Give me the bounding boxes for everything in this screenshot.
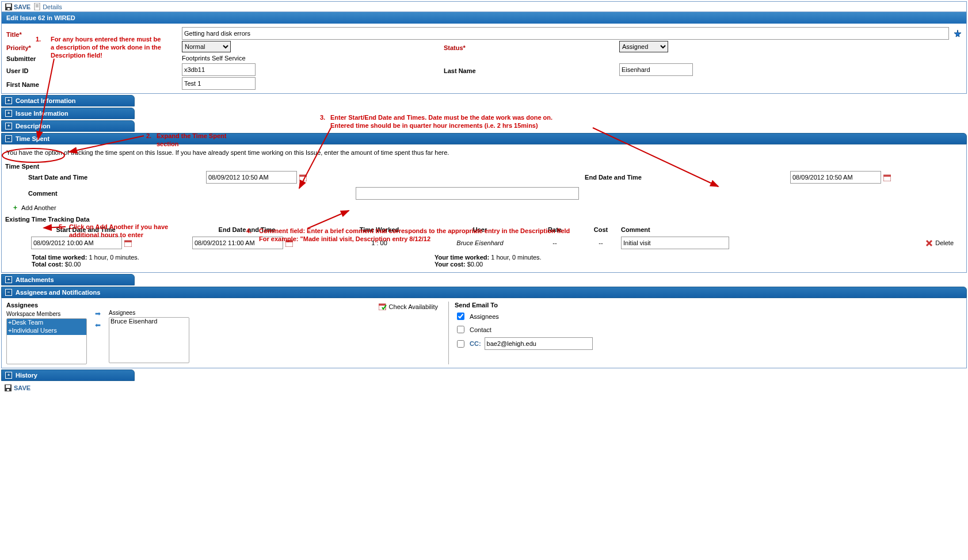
existing-row: 1 : 00 Bruce Eisenhard -- -- Delete [2, 235, 966, 254]
svg-rect-9 [299, 175, 307, 177]
assignees-title: Assignees [6, 302, 87, 308]
add-another-label: Add Another [21, 204, 56, 211]
assignees-col-label: Assignees [109, 310, 189, 316]
row-rate: -- [529, 239, 581, 246]
row-end-input[interactable] [192, 237, 283, 249]
calendar-icon[interactable] [285, 239, 293, 247]
cb-assignees[interactable] [457, 313, 464, 320]
assign-left-arrow[interactable]: ⬅ [93, 321, 103, 329]
svg-rect-11 [883, 175, 891, 177]
svg-rect-21 [6, 385, 10, 388]
row-tw: 1 : 00 [327, 239, 431, 246]
firstname-label: First Name [6, 79, 179, 88]
send-email-title: Send Email To [455, 302, 962, 308]
assignees-body: Assignees Workspace Members +Desk Team +… [1, 298, 967, 368]
existing-heading: Existing Time Tracking Data [5, 216, 966, 223]
userid-input[interactable] [182, 63, 256, 76]
details-label: Details [43, 3, 62, 10]
section-time-spent[interactable]: −Time Spent [1, 133, 967, 144]
firstname-input[interactable] [182, 77, 256, 90]
expand-icon: + [5, 97, 12, 104]
calendar-check-icon [379, 303, 387, 310]
submitter-value: Footprints Self Service [182, 55, 444, 62]
row-start-input[interactable] [31, 237, 122, 249]
existing-header-row: Start Date and Time End Date and Time Ti… [2, 224, 966, 235]
time-spent-body: You have the option of tracking the time… [1, 144, 967, 273]
comment-input[interactable] [356, 187, 579, 200]
edit-title-text: Edit Issue 62 in WIRED [6, 14, 75, 21]
time-spent-intro: You have the option of tracking the time… [2, 144, 966, 161]
row-cost: -- [581, 239, 621, 246]
save-button-top[interactable]: SAVE [5, 3, 31, 10]
assignees-list[interactable]: Bruce Eisenhard [109, 317, 189, 363]
save-icon [5, 3, 12, 10]
save-button-bottom[interactable]: SAVE [5, 384, 31, 391]
save-label: SAVE [14, 3, 31, 10]
anno-3n: 3. [320, 114, 325, 121]
start-head: Start Date and Time [5, 174, 204, 181]
time-spent-heading: Time Spent [5, 163, 966, 170]
section-description[interactable]: +Description [1, 120, 135, 132]
cb-cc[interactable] [457, 340, 464, 348]
calendar-icon[interactable] [883, 174, 891, 181]
add-another-link[interactable]: Add Another [2, 202, 966, 214]
assign-right-arrow[interactable]: ➡ [93, 310, 103, 318]
section-history[interactable]: +History [1, 369, 135, 381]
section-issue[interactable]: +Issue Information [1, 108, 135, 119]
end-datetime-input[interactable] [790, 171, 881, 184]
comment-label: Comment [5, 190, 204, 197]
priority-label: Priority* [6, 43, 179, 51]
title-label: Title* [6, 29, 179, 38]
row-user: Bruce Eisenhard [431, 239, 529, 246]
expand-icon: + [5, 276, 12, 283]
section-attachments[interactable]: +Attachments [1, 274, 135, 285]
userid-label: User ID [6, 66, 179, 74]
row-comment-input[interactable] [621, 237, 729, 249]
star-icon[interactable] [954, 29, 962, 37]
svg-rect-22 [7, 389, 9, 391]
title-input[interactable] [182, 27, 949, 40]
check-availability-link[interactable]: Check Availability [379, 303, 444, 310]
svg-rect-2 [7, 8, 10, 10]
cc-label: CC: [470, 340, 481, 347]
svg-marker-7 [954, 30, 961, 37]
top-toolbar: SAVE Details [2, 2, 966, 12]
collapse-icon: − [5, 135, 12, 142]
section-contact[interactable]: +Contact Information [1, 95, 135, 106]
workspace-members-list[interactable]: +Desk Team +Individual Users [6, 318, 87, 364]
svg-rect-13 [124, 241, 132, 242]
anno-3a: Enter Start/End Date and Times. Date mus… [330, 114, 552, 121]
priority-select[interactable]: Normal [182, 41, 231, 52]
status-select[interactable]: Assigned [619, 41, 668, 52]
wsm-label: Workspace Members [6, 311, 87, 317]
save-icon [5, 384, 12, 391]
details-button[interactable]: Details [34, 3, 62, 10]
lastname-label: Last Name [444, 66, 616, 74]
calendar-icon[interactable] [299, 174, 307, 181]
anno-3b: Entered time should be in quarter hour i… [330, 122, 538, 129]
expand-icon: + [5, 110, 12, 117]
lastname-input[interactable] [619, 63, 693, 76]
form-region: Title* Priority* Normal Status* Assigned… [2, 24, 966, 93]
page: SAVE Details Edit Issue 62 in WIRED Titl… [0, 1, 968, 397]
plus-icon [13, 205, 19, 211]
calendar-icon[interactable] [124, 239, 132, 247]
section-assignees[interactable]: −Assignees and Notifications [1, 287, 967, 298]
delete-icon [925, 239, 933, 247]
row-delete[interactable]: Delete [736, 239, 963, 247]
status-label: Status* [444, 43, 616, 51]
expand-icon: + [5, 372, 12, 379]
document-icon [34, 3, 41, 10]
top-toolbar-region: SAVE Details Edit Issue 62 in WIRED Titl… [1, 1, 967, 94]
svg-rect-15 [285, 241, 293, 242]
expand-icon: + [5, 123, 12, 129]
totals-block: Total time worked: 1 hour, 0 minutes. To… [2, 254, 966, 272]
svg-rect-1 [6, 4, 11, 7]
cb-contact[interactable] [457, 326, 464, 333]
edit-title-bar: Edit Issue 62 in WIRED [2, 12, 966, 24]
end-head: End Date and Time [439, 174, 788, 181]
svg-rect-19 [379, 304, 386, 306]
cc-input[interactable] [485, 337, 593, 350]
submitter-label: Submitter [6, 54, 179, 62]
start-datetime-input[interactable] [206, 171, 297, 184]
